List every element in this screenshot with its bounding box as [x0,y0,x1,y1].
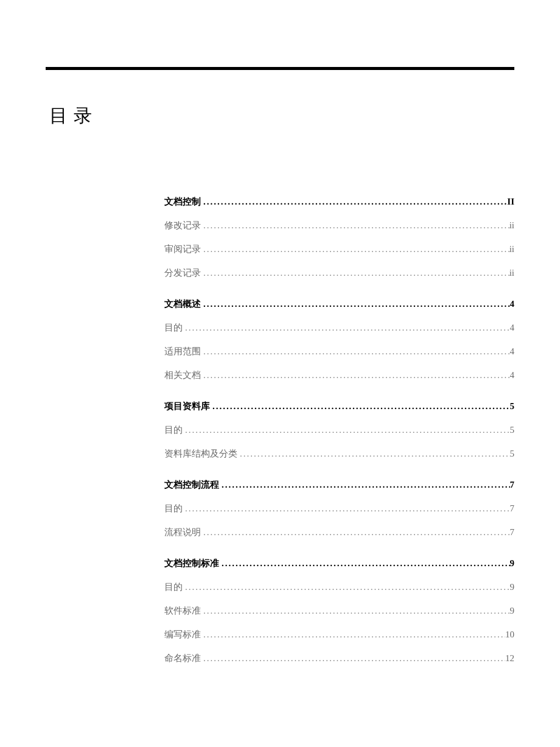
toc-item-label: 命名标准 [164,652,201,665]
toc-item-page: ii [509,219,514,232]
toc-item-page: ii [509,243,514,256]
toc-dots [183,502,510,515]
toc-item-page: 12 [505,652,514,665]
toc-item: 编写标准 10 [164,628,514,641]
toc-heading-page: II [507,195,514,208]
toc-section: 文档控制流程 7 目的 7 流程说明 7 [164,479,514,539]
toc-item-page: 4 [510,345,515,358]
toc-dots [201,526,510,539]
toc-item: 修改记录 ii [164,219,514,232]
toc-section: 文档概述 4 目的 4 适用范围 4 相关文档 4 [164,298,514,382]
toc-item-label: 相关文档 [164,369,201,382]
table-of-contents: 文档控制 II 修改记录 ii 审阅记录 ii 分发记录 ii 文 [164,195,514,665]
toc-item: 软件标准 9 [164,605,514,617]
toc-heading-label: 文档控制标准 [164,557,219,570]
toc-dots [183,581,510,594]
toc-dots [201,628,505,641]
toc-item: 目的 9 [164,581,514,594]
toc-item-page: 4 [510,369,515,382]
toc-item-page: 9 [510,581,515,594]
toc-dots [183,424,510,437]
toc-dots [201,369,510,382]
toc-item-label: 流程说明 [164,526,201,539]
toc-heading-page: 4 [510,298,515,310]
toc-dots [201,243,509,256]
toc-dots [201,345,510,358]
toc-item-page: 5 [510,447,515,460]
toc-section: 文档控制标准 9 目的 9 软件标准 9 编写标准 10 命名标准 [164,557,514,665]
toc-dots [201,298,510,310]
toc-heading-page: 7 [510,479,515,491]
toc-item: 适用范围 4 [164,345,514,358]
toc-item-label: 适用范围 [164,345,201,358]
toc-item-label: 分发记录 [164,267,201,279]
toc-item-page: 7 [510,502,515,515]
toc-heading: 文档概述 4 [164,298,514,310]
toc-dots [201,267,509,279]
toc-heading: 项目资料库 5 [164,400,514,413]
toc-heading: 文档控制流程 7 [164,479,514,491]
top-rule [46,67,514,70]
toc-item: 命名标准 12 [164,652,514,665]
toc-dots [237,447,510,460]
toc-item: 流程说明 7 [164,526,514,539]
toc-heading-label: 文档概述 [164,298,201,310]
toc-heading-page: 9 [510,557,515,570]
toc-section: 文档控制 II 修改记录 ii 审阅记录 ii 分发记录 ii [164,195,514,279]
toc-item-label: 目的 [164,581,183,594]
toc-item: 审阅记录 ii [164,243,514,256]
toc-item-label: 软件标准 [164,605,201,617]
toc-dots [201,652,505,665]
document-page: 目录 文档控制 II 修改记录 ii 审阅记录 ii 分发记录 ii [0,0,560,720]
toc-item-label: 目的 [164,321,183,334]
toc-item-label: 目的 [164,424,183,437]
toc-heading-page: 5 [510,400,515,413]
toc-item-page: ii [509,267,514,279]
toc-item-label: 审阅记录 [164,243,201,256]
toc-item: 相关文档 4 [164,369,514,382]
toc-dots [201,605,510,617]
toc-dots [201,195,507,208]
toc-item-page: 10 [505,628,514,641]
toc-item-label: 资料库结构及分类 [164,447,237,460]
toc-item-label: 编写标准 [164,628,201,641]
toc-item: 目的 5 [164,424,514,437]
toc-item-page: 7 [510,526,515,539]
page-title: 目录 [49,103,514,128]
toc-heading-label: 项目资料库 [164,400,210,413]
toc-item-label: 修改记录 [164,219,201,232]
toc-dots [183,321,510,334]
toc-dots [210,400,510,413]
toc-section: 项目资料库 5 目的 5 资料库结构及分类 5 [164,400,514,460]
toc-item: 分发记录 ii [164,267,514,279]
toc-heading-label: 文档控制 [164,195,201,208]
toc-item-page: 5 [510,424,515,437]
toc-item: 目的 4 [164,321,514,334]
toc-item-label: 目的 [164,502,183,515]
toc-item-page: 4 [510,321,515,334]
toc-heading: 文档控制标准 9 [164,557,514,570]
toc-dots [219,479,510,491]
toc-heading: 文档控制 II [164,195,514,208]
toc-item-page: 9 [510,605,515,617]
toc-dots [201,219,509,232]
toc-heading-label: 文档控制流程 [164,479,219,491]
toc-dots [219,557,510,570]
toc-item: 目的 7 [164,502,514,515]
toc-item: 资料库结构及分类 5 [164,447,514,460]
